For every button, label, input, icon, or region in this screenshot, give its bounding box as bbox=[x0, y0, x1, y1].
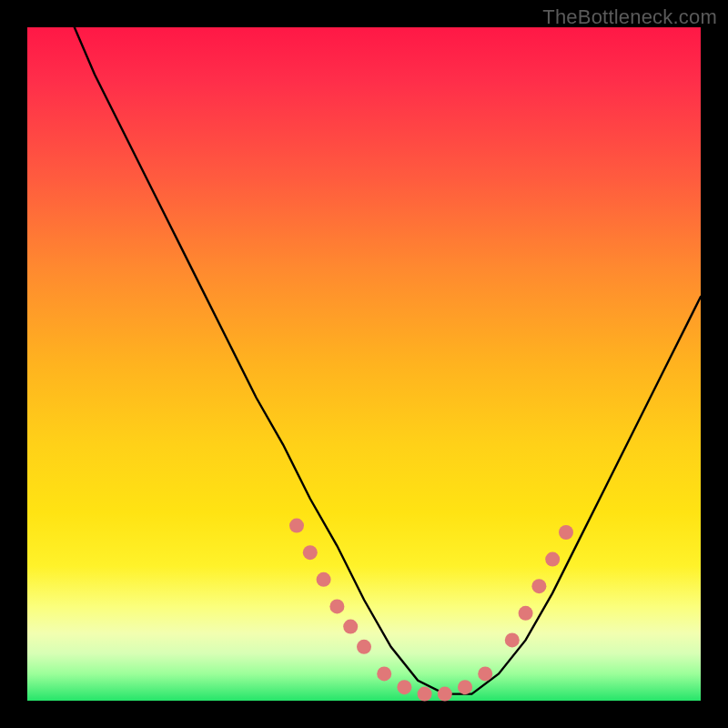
marker-dot bbox=[458, 680, 472, 694]
marker-dot bbox=[519, 606, 533, 621]
marker-dot bbox=[357, 640, 371, 654]
marker-group bbox=[289, 519, 573, 702]
chart-frame: TheBottleneck.com bbox=[0, 0, 728, 728]
plot-area bbox=[27, 27, 701, 701]
marker-dot bbox=[438, 687, 452, 702]
bottleneck-curve bbox=[75, 27, 701, 694]
marker-dot bbox=[559, 525, 573, 540]
marker-dot bbox=[343, 620, 358, 634]
marker-dot bbox=[531, 579, 546, 593]
marker-dot bbox=[289, 519, 304, 533]
marker-dot bbox=[545, 552, 560, 567]
marker-dot bbox=[418, 687, 432, 702]
marker-dot bbox=[397, 680, 411, 694]
marker-dot bbox=[478, 666, 492, 681]
marker-dot bbox=[505, 632, 520, 647]
marker-dot bbox=[317, 572, 331, 587]
marker-dot bbox=[377, 666, 391, 681]
marker-dot bbox=[329, 599, 344, 613]
marker-dot bbox=[303, 545, 318, 560]
curve-layer bbox=[27, 27, 701, 701]
attribution-label: TheBottleneck.com bbox=[542, 5, 717, 29]
